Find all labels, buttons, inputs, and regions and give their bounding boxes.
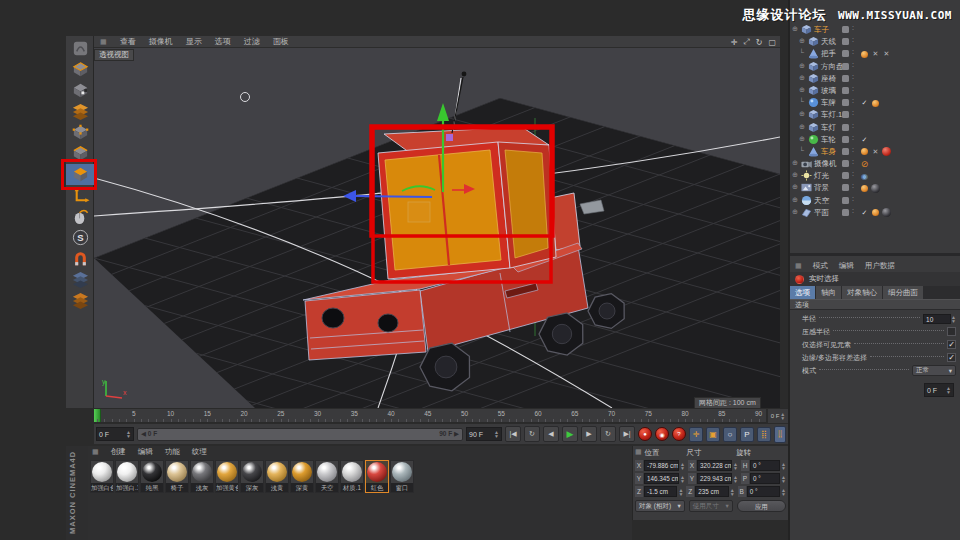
object-row[interactable]: ⊕车灯:	[790, 122, 960, 134]
magnet-icon[interactable]	[66, 248, 94, 269]
visibility-dots[interactable]: :	[852, 158, 854, 165]
viewport-menu-0[interactable]: 查看	[120, 36, 136, 47]
checkbox[interactable]: ✓	[947, 340, 956, 349]
attr-tab-3[interactable]: 细分曲面	[883, 286, 923, 299]
attr-menu-1[interactable]: 编辑	[839, 261, 854, 271]
spinner-arrows-icon[interactable]: ▲▼	[946, 386, 951, 394]
visibility-toggle[interactable]	[842, 172, 849, 179]
pan-icon[interactable]: ✛	[731, 38, 738, 47]
locked-workplane-icon[interactable]	[66, 269, 94, 290]
object-name[interactable]: 背景	[814, 183, 829, 193]
object-name[interactable]: 车轮	[821, 135, 836, 145]
coord-value[interactable]: 0 °	[750, 460, 780, 471]
texture-tag-icon[interactable]	[871, 99, 880, 108]
record-keyframe-button[interactable]: ●	[638, 427, 652, 441]
texture-tag-icon[interactable]	[860, 147, 869, 156]
gizmo-x-axis[interactable]	[354, 196, 432, 197]
spinner-arrows-icon[interactable]: ▲▼	[780, 412, 785, 420]
viewport-menu-5[interactable]: 面板	[273, 36, 289, 47]
timeline-ruler[interactable]: 51015202530354045505560657075808590	[94, 408, 766, 423]
cycle-button[interactable]: ↻	[600, 426, 616, 442]
expand-icon[interactable]: ⊕	[792, 25, 798, 33]
visibility-dots[interactable]: :	[852, 73, 854, 80]
attr-tab-0[interactable]: 选项	[790, 286, 815, 299]
object-row[interactable]: └车身:✕	[790, 146, 960, 158]
parameter-key-toggle[interactable]: P	[740, 427, 754, 442]
selection-tag-icon[interactable]: ✕	[871, 147, 880, 156]
material-tag-dark-icon[interactable]	[871, 184, 880, 193]
spinner-arrows-icon[interactable]: ▲▼	[678, 488, 683, 496]
object-name[interactable]: 玻璃	[821, 86, 836, 96]
visibility-toggle[interactable]	[842, 99, 849, 106]
view-label[interactable]: 透视视图	[94, 49, 134, 61]
layer-browser-button[interactable]: ⣿	[774, 426, 786, 443]
gizmo-plane-handle[interactable]	[446, 134, 453, 141]
maximize-icon[interactable]: ▢	[768, 38, 776, 47]
expand-icon[interactable]: ⊕	[799, 135, 805, 143]
material-tile[interactable]: 深灰	[240, 460, 264, 493]
coord-value[interactable]: 146.345 cm	[644, 473, 679, 484]
attr-frame-field[interactable]: 0 F▲▼	[924, 383, 954, 397]
spinner-arrows-icon[interactable]: ▲▼	[730, 488, 735, 496]
object-name[interactable]: 车子	[814, 25, 829, 35]
pla-key-toggle[interactable]: ⣿	[757, 427, 771, 442]
material-menu-1[interactable]: 编辑	[138, 447, 153, 457]
go-to-start-button[interactable]: |◀	[505, 426, 521, 442]
visibility-dots[interactable]: :	[852, 24, 854, 31]
viewport-menu-1[interactable]: 摄像机	[149, 36, 173, 47]
viewport-scene[interactable]	[94, 48, 780, 408]
object-row[interactable]: ⊕座椅:	[790, 73, 960, 85]
spinner-arrows-icon[interactable]: ▲▼	[494, 430, 499, 438]
play-button[interactable]: ▶	[562, 426, 578, 442]
coord-mode-dropdown[interactable]: 对象 (相对)▾	[635, 500, 685, 512]
material-tile[interactable]: 窗口	[390, 460, 414, 493]
material-tile[interactable]: 加强白.1	[115, 460, 139, 493]
material-tile[interactable]: 纯黑	[140, 460, 164, 493]
object-row[interactable]: └把手:✕✕	[790, 48, 960, 60]
object-row[interactable]: ⊕车轮:✓	[790, 134, 960, 146]
attr-tab-1[interactable]: 轴向	[816, 286, 841, 299]
viewport-menu-2[interactable]: 显示	[186, 36, 202, 47]
object-row[interactable]: └车牌:✓	[790, 97, 960, 109]
attr-tab-2[interactable]: 对象轴心	[842, 286, 882, 299]
expand-icon[interactable]: ⊕	[799, 37, 805, 45]
spinner-arrows-icon[interactable]: ▲▼	[733, 462, 738, 470]
expand-icon[interactable]: ⊕	[799, 74, 805, 82]
material-tile[interactable]: 加强白色	[90, 460, 114, 493]
object-name[interactable]: 座椅	[821, 74, 836, 84]
object-name[interactable]: 摄像机	[814, 159, 837, 169]
spinner-arrows-icon[interactable]: ▲▼	[680, 475, 685, 483]
visibility-toggle[interactable]	[842, 50, 849, 57]
model-mode-icon[interactable]	[66, 59, 94, 80]
size-mode-dropdown[interactable]: 使用尺寸▾	[689, 500, 733, 512]
coord-value[interactable]: -79.886 cm	[644, 460, 679, 471]
visibility-dots[interactable]: :	[852, 146, 854, 153]
object-name[interactable]: 车灯.1	[821, 110, 842, 120]
spinner-arrows-icon[interactable]: ▲▼	[781, 462, 786, 470]
spinner-arrows-icon[interactable]: ▲▼	[680, 462, 685, 470]
viewport-solo-icon[interactable]	[66, 206, 94, 227]
object-name[interactable]: 把手	[821, 49, 836, 59]
object-name[interactable]: 天空	[814, 196, 829, 206]
checkbox[interactable]	[947, 327, 956, 336]
frame-range-scrubber[interactable]: ◀ 0 F90 F ▶	[137, 428, 463, 441]
viewport-menu-4[interactable]: 过滤	[244, 36, 260, 47]
play-loop-button[interactable]: ↻	[524, 426, 540, 442]
object-row[interactable]: ⊕平面:✓	[790, 207, 960, 219]
enabled-check-icon[interactable]: ✓	[860, 135, 869, 144]
material-tile[interactable]: 浅黄	[265, 460, 289, 493]
spinner-arrows-icon[interactable]: ▲▼	[951, 315, 956, 323]
visibility-dots[interactable]: :	[852, 109, 854, 116]
object-row[interactable]: ⊕车子:	[790, 24, 960, 36]
visibility-toggle[interactable]	[842, 87, 849, 94]
visibility-dots[interactable]: :	[852, 97, 854, 104]
texture-tag-icon[interactable]	[860, 50, 869, 59]
texture-mode-icon[interactable]	[66, 80, 94, 101]
visibility-toggle[interactable]	[842, 209, 849, 216]
enabled-check-icon[interactable]: ✓	[860, 99, 869, 108]
object-name[interactable]: 车灯	[821, 123, 836, 133]
object-name[interactable]: 天线	[821, 37, 836, 47]
zoom-icon[interactable]: ⤢	[743, 37, 749, 47]
make-editable-icon[interactable]	[66, 38, 94, 59]
visibility-toggle[interactable]	[842, 136, 849, 143]
